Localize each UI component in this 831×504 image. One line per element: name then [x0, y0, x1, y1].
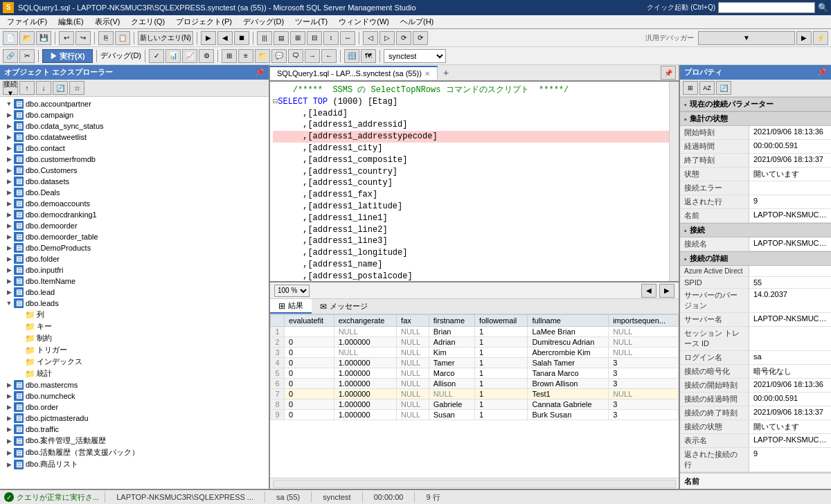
scroll-left-button[interactable]: ◀	[641, 284, 656, 298]
tree-item[interactable]: ▶▤dbo.demoorder_table	[1, 231, 267, 242]
tb-btn-13[interactable]: ⟳	[396, 31, 411, 45]
table-row[interactable]: 801.000000NULLGabriele1Cannata Gabriele3	[271, 399, 679, 410]
increase-indent[interactable]: →	[305, 49, 320, 63]
tree-item[interactable]: ▶▤dbo.lead	[1, 287, 267, 298]
tb-debug-btn2[interactable]: ⚡	[813, 31, 828, 45]
scroll-right-button[interactable]: ▶	[659, 284, 674, 298]
prop-refresh-button[interactable]: 🔄	[716, 81, 731, 95]
save-button[interactable]: 💾	[36, 31, 51, 45]
debugger-combo[interactable]: ▼	[698, 31, 795, 45]
menu-query[interactable]: クエリ(Q)	[125, 15, 170, 28]
tree-item[interactable]: ▶▤dbo.traffic	[1, 424, 267, 435]
prop-section-connection[interactable]: 接続	[680, 223, 831, 237]
prop-cat-button[interactable]: ⊞	[683, 81, 698, 95]
tree-expander-icon[interactable]: ▶	[4, 426, 14, 433]
new-file-button[interactable]: 📄	[3, 31, 18, 45]
menu-help[interactable]: ヘルプ(H)	[395, 15, 439, 28]
editor-scrollbar[interactable]	[669, 82, 679, 281]
tree-item[interactable]: ▶▤dbo.案件管理_活動履歴	[1, 435, 267, 447]
tree-item[interactable]: ▶▤dbo.商品リスト	[1, 458, 267, 470]
tree-item[interactable]: ▶▤dbo.活動履歴（営業支援パック）	[1, 447, 267, 458]
query-tab-1[interactable]: SQLQuery1.sql - LAP...S.synctest (sa (55…	[270, 66, 438, 80]
zoom-select[interactable]: 100 % 50 % 75 % 125 % 150 %	[274, 285, 310, 297]
quick-search-input[interactable]	[718, 2, 815, 13]
tb-btn-4[interactable]: ⏹	[234, 31, 249, 45]
table-row[interactable]: 501.000000NULLMarco1Tanara Marco3	[271, 368, 679, 379]
tree-item[interactable]: ▶▤dbo.folder	[1, 253, 267, 264]
table-row[interactable]: 30NULLNULLKim1Abercrombie KimNULL	[271, 348, 679, 358]
tree-item[interactable]: ▼▤dbo.leads	[1, 298, 267, 309]
table-row[interactable]: 901.000000NULLSusan1Burk Susan3	[271, 410, 679, 420]
copy-button[interactable]: ⎘	[98, 31, 114, 45]
tree-item[interactable]: ▶▤dbo.DemoProducts	[1, 242, 267, 253]
disconnect-button[interactable]: ✂	[19, 49, 35, 63]
tree-item[interactable]: ▶▤dbo.demoaccounts	[1, 198, 267, 209]
tree-expander-icon[interactable]: ▶	[4, 233, 14, 240]
tree-expander-icon[interactable]: ▶	[4, 438, 14, 444]
tree-expander-icon[interactable]: ▶	[4, 449, 14, 456]
tree-item[interactable]: ▶▤dbo.Deals	[1, 187, 267, 198]
tree-expander-icon[interactable]: ▶	[4, 415, 14, 422]
tree-expander-icon[interactable]: ▶	[4, 134, 14, 141]
col-header-fullname[interactable]: fullname	[528, 315, 609, 327]
query-options[interactable]: ⚙	[199, 49, 214, 63]
tb-btn-9[interactable]: ↕	[323, 31, 339, 45]
query-area-pin[interactable]: 📌	[661, 66, 676, 80]
tree-expander-icon[interactable]: ▶	[4, 278, 14, 285]
results-to-text[interactable]: ≡	[238, 49, 253, 63]
result-area[interactable]: evaluatefit exchangerate fax firstname f…	[270, 314, 679, 478]
tb-debug-btn[interactable]: ▶	[796, 31, 812, 45]
oe-pin-icon[interactable]: 📌	[255, 68, 265, 77]
decrease-indent[interactable]: ←	[321, 49, 337, 63]
menu-debug[interactable]: デバッグ(D)	[238, 15, 289, 28]
tree-expander-icon[interactable]: ▼	[4, 300, 14, 307]
tb-btn-6[interactable]: ▤	[274, 31, 289, 45]
tree-expander-icon[interactable]: ▶	[4, 178, 14, 185]
tb-btn-1[interactable]: 新しいクエリ(N)	[138, 31, 193, 45]
add-tab-button[interactable]: +	[438, 65, 454, 80]
result-horizontal-scroll[interactable]	[270, 478, 679, 489]
table-row[interactable]: 201.000000NULLAdrian1Dumitrescu AdrianNU…	[271, 337, 679, 348]
comment-selection[interactable]: 💬	[271, 49, 287, 63]
tree-expander-icon[interactable]: ▶	[4, 211, 14, 218]
tree-expander-icon[interactable]: ▶	[4, 381, 14, 388]
redo-button[interactable]: ↪	[75, 31, 91, 45]
tree-item[interactable]: ▼▤dbo.accountpartner	[1, 98, 267, 109]
tree-expander-icon[interactable]: ▶	[4, 255, 14, 262]
prop-section-aggregate[interactable]: 集計の状態	[680, 111, 831, 126]
tree-item[interactable]: ▶▤dbo.demoorder	[1, 220, 267, 231]
menu-tools[interactable]: ツール(T)	[289, 15, 333, 28]
tree-expander-icon[interactable]: ▶	[4, 461, 14, 468]
col-header-exchangerate[interactable]: exchangerate	[334, 315, 396, 327]
tree-expander-icon[interactable]: ▼	[4, 100, 14, 107]
tb-btn-3[interactable]: ◀	[217, 31, 233, 45]
tree-expander-icon[interactable]: ▶	[4, 111, 14, 118]
col-header-followemail[interactable]: followemail	[474, 315, 528, 327]
tree-item[interactable]: ▶▤dbo.datasets	[1, 176, 267, 187]
tree-item[interactable]: ▶▤dbo.cdata_sync_status	[1, 120, 267, 132]
parse-button[interactable]: ✓	[149, 49, 164, 63]
col-header-importseq[interactable]: importsequen...	[609, 315, 679, 327]
tree-item[interactable]: 📁列	[1, 309, 267, 321]
query-editor[interactable]: /***** SSMS の SelectTopNRows コマンドのスクリプト …	[270, 82, 679, 282]
tree-expander-icon[interactable]: ▶	[4, 200, 14, 207]
menu-project[interactable]: プロジェクト(P)	[170, 15, 238, 28]
oe-filter-button[interactable]: ☆	[69, 81, 84, 95]
tree-expander-icon[interactable]: ▶	[4, 267, 14, 273]
tb-btn-10[interactable]: ↔	[340, 31, 355, 45]
oe-connect-button[interactable]: 接続 ▼	[3, 81, 18, 95]
tree-expander-icon[interactable]: ▶	[4, 189, 14, 196]
results-to-grid[interactable]: ⊞	[222, 49, 237, 63]
oe-stop-button[interactable]: ↓	[36, 81, 51, 95]
specify-values[interactable]: 🔢	[344, 49, 359, 63]
col-header-fax[interactable]: fax	[397, 315, 429, 327]
prop-section-current[interactable]: 現在の接続パラメーター	[680, 97, 831, 111]
database-combo[interactable]: synctest	[384, 49, 446, 63]
tb-btn-8[interactable]: ⊟	[307, 31, 322, 45]
tree-item[interactable]: 📁統計	[1, 368, 267, 379]
tree-item[interactable]: ▶▤dbo.numcheck	[1, 390, 267, 402]
tree-expander-icon[interactable]: ▶	[4, 167, 14, 174]
oe-disconnect-button[interactable]: ↑	[19, 81, 35, 95]
include-actual-plan[interactable]: 📊	[166, 49, 181, 63]
tree-item[interactable]: ▶▤dbo.pictmasteradu	[1, 413, 267, 424]
